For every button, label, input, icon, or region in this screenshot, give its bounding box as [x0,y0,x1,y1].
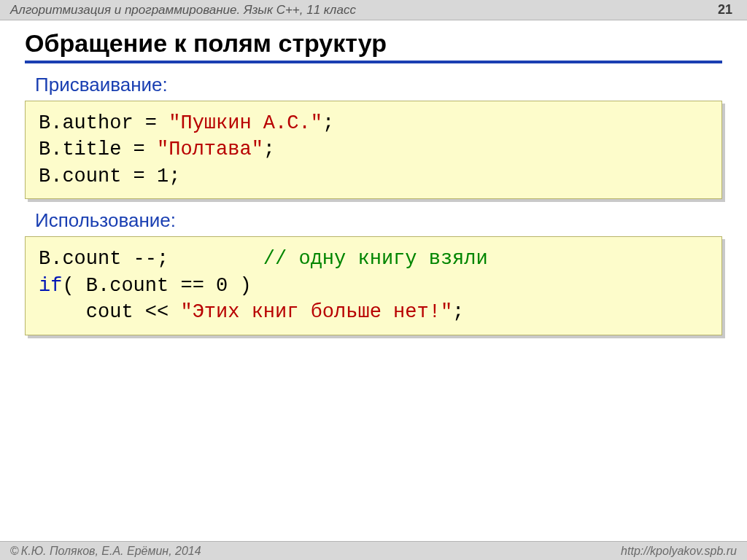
section-assignment-label: Присваивание: [35,74,722,96]
course-title: Алгоритмизация и программирование. Язык … [10,3,356,18]
code-usage: B.count --; // одну книгу взяли if( B.co… [25,236,722,335]
footer-authors: © К.Ю. Поляков, Е.А. Ерёмин, 2014 [10,545,201,558]
code-string: "Пушкин А.С." [169,112,322,134]
slide-title: Обращение к полям структур [25,29,722,58]
code-number: 1 [157,166,169,187]
footer-url: http://kpolyakov.spb.ru [621,545,737,558]
title-rule [25,61,722,63]
section-usage-label: Использование: [35,209,722,232]
topbar: Алгоритмизация и программирование. Язык … [0,0,747,20]
page-number: 21 [718,2,737,18]
footer-authors-text: К.Ю. Поляков, Е.А. Ерёмин, 2014 [21,545,201,558]
code-text: B.count --; [39,248,263,270]
slide: Алгоритмизация и программирование. Язык … [0,0,747,560]
code-assignment: B.author = "Пушкин А.С."; B.title = "Пол… [25,101,722,199]
code-text: B.title = [39,139,157,160]
code-text: ; [169,166,180,187]
code-text: ; [322,112,334,134]
code-string: "Этих книг больше нет!" [180,301,452,323]
code-text: ; [263,139,275,160]
code-string: "Полтава" [157,139,263,160]
footer: © К.Ю. Поляков, Е.А. Ерёмин, 2014 http:/… [0,541,747,560]
code-text: ( B.count == 0 ) [62,275,251,297]
code-text: B.count = [39,166,157,187]
code-text: ; [452,301,464,323]
code-keyword: if [39,275,62,297]
content-area: Обращение к полям структур Присваивание:… [0,20,747,335]
code-text: B.author = [39,112,169,134]
copyright-icon: © [10,545,19,558]
code-text: cout << [39,301,180,323]
code-comment: // одну книгу взяли [263,248,488,270]
